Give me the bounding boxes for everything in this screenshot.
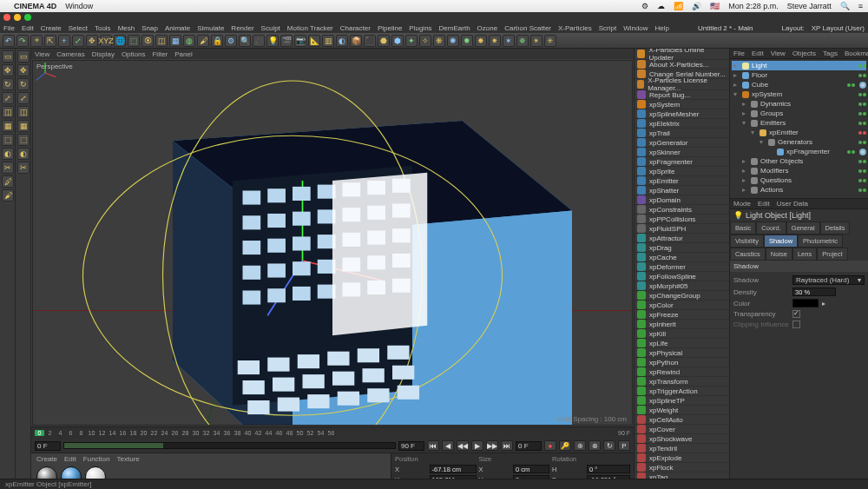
step-back-button[interactable]: ◀ xyxy=(442,440,454,451)
record-button[interactable]: ● xyxy=(544,440,556,451)
viewport-menu-filter[interactable]: Filter xyxy=(152,50,168,58)
object-dynamics[interactable]: ▸ Dynamics xyxy=(732,99,866,109)
xp-report-bug-[interactable]: Report Bug... xyxy=(635,90,729,100)
mode-button-10[interactable]: 🖌 xyxy=(2,189,14,202)
toolbar-button-39[interactable]: ✳ xyxy=(544,35,556,47)
color-expand-icon[interactable]: ▸ xyxy=(822,300,825,307)
visibility-dots[interactable] xyxy=(858,64,866,68)
frame-tick[interactable]: 36 xyxy=(222,430,232,436)
toolbar-button-34[interactable]: ✸ xyxy=(475,35,487,47)
menu-plugins[interactable]: Plugins xyxy=(409,24,431,32)
xp-xpskinner[interactable]: xpSkinner xyxy=(635,148,729,157)
attr-tab-shadow[interactable]: Shadow xyxy=(764,235,798,248)
mode-button-3[interactable]: ⤢ xyxy=(2,92,14,104)
menu-mesh[interactable]: Mesh xyxy=(118,24,135,32)
visibility-dots[interactable] xyxy=(847,150,855,154)
xp-xpattractor[interactable]: xpAttractor xyxy=(635,234,729,243)
toolbar-button-17[interactable]: 🔍 xyxy=(239,35,251,47)
snap-button-7[interactable]: ◐ xyxy=(17,148,30,160)
toolbar-button-21[interactable]: 📷 xyxy=(294,35,306,47)
menu-script[interactable]: Script xyxy=(599,24,616,32)
viewport-menu-cameras[interactable]: Cameras xyxy=(56,50,84,58)
disclosure-icon[interactable]: ▸ xyxy=(733,71,740,79)
xp-xppython[interactable]: xpPython xyxy=(635,358,729,367)
xp-xpmorph-05[interactable]: xpMorph#05 xyxy=(635,281,729,291)
step-fwd-button[interactable]: ▶▶ xyxy=(486,440,498,451)
obj-menu-bookmarks[interactable]: Bookmarks xyxy=(845,50,868,57)
range-end-field[interactable] xyxy=(398,441,424,451)
menu-ozone[interactable]: Ozone xyxy=(477,24,498,32)
play-button[interactable]: ▶ xyxy=(471,440,483,451)
rot-h-field[interactable] xyxy=(587,465,630,473)
clipping-checkbox[interactable] xyxy=(792,320,800,328)
toolbar-button-0[interactable]: ↶ xyxy=(3,35,15,47)
mode-button-2[interactable]: ↻ xyxy=(2,78,14,90)
toolbar-button-4[interactable]: + xyxy=(58,35,70,47)
object-groups[interactable]: ▸ Groups xyxy=(732,109,866,118)
toolbar-button-15[interactable]: 🔒 xyxy=(211,35,223,47)
viewport[interactable]: Perspective xyxy=(32,60,633,426)
visibility-dots[interactable] xyxy=(858,188,866,192)
key-scale-button[interactable]: ⊗ xyxy=(589,440,601,451)
disclosure-icon[interactable]: ▾ xyxy=(742,119,748,127)
disclosure-icon[interactable]: ▾ xyxy=(760,138,766,146)
menu-animate[interactable]: Animate xyxy=(165,24,190,32)
frame-tick[interactable]: 4 xyxy=(56,430,65,436)
visibility-dots[interactable] xyxy=(858,169,866,173)
toolbar-button-6[interactable]: ✥ xyxy=(86,35,98,47)
snap-button-2[interactable]: ↻ xyxy=(17,78,30,90)
attr-tab-project[interactable]: Project xyxy=(817,248,847,261)
xp-about-x-particles-[interactable]: About X-Particles... xyxy=(635,60,729,69)
frame-tick[interactable]: 14 xyxy=(108,430,117,436)
key-pos-button[interactable]: ⊕ xyxy=(574,440,586,451)
snap-button-8[interactable]: ✂ xyxy=(17,162,30,174)
user-name[interactable]: Steve Jarratt xyxy=(787,2,832,10)
xp-xpflock[interactable]: xpFlock xyxy=(635,463,729,472)
frame-tick[interactable]: 52 xyxy=(306,430,315,436)
attr-menu-user-data[interactable]: User Data xyxy=(777,200,808,208)
color-chip[interactable] xyxy=(792,299,819,307)
disclosure-icon[interactable]: ▸ xyxy=(733,62,740,69)
toolbar-button-5[interactable]: ⤢ xyxy=(72,35,84,47)
frame-tick[interactable]: 50 xyxy=(295,430,305,436)
frame-tick[interactable]: 32 xyxy=(201,430,211,436)
shadow-dropdown[interactable]: Raytraced (Hard)▾ xyxy=(792,275,865,285)
toolbar-button-14[interactable]: 🖌 xyxy=(197,35,209,47)
visibility-dots[interactable] xyxy=(858,112,866,116)
snap-button-5[interactable]: ▦ xyxy=(17,120,30,132)
spotlight-icon[interactable]: 🔍 xyxy=(840,2,850,10)
toolbar-button-16[interactable]: ⚙ xyxy=(225,35,237,47)
frame-tick[interactable]: 46 xyxy=(274,430,284,436)
toolbar-button-35[interactable]: ✷ xyxy=(489,35,501,47)
object-manager[interactable]: ▸ Light ▸ Floor ▸ Cube ▾ xpSystem ▸ Dyna… xyxy=(730,59,868,198)
xp-x-particles-online-updater[interactable]: X-Particles Online Updater xyxy=(635,49,729,60)
menu-help[interactable]: Help xyxy=(655,24,669,32)
mat-menu-create[interactable]: Create xyxy=(36,455,57,463)
autokey-button[interactable]: 🔑 xyxy=(559,440,571,451)
frame-tick[interactable]: 0 xyxy=(35,430,44,436)
menubar-icon[interactable]: ☁ xyxy=(657,2,665,10)
xp-xpfollowspline[interactable]: xpFollowSpline xyxy=(635,272,729,281)
obj-menu-edit[interactable]: Edit xyxy=(752,50,764,57)
xp-xpweight[interactable]: xpWeight xyxy=(635,406,729,415)
current-frame-field[interactable] xyxy=(516,441,542,451)
xp-xpfreeze[interactable]: xpFreeze xyxy=(635,310,729,320)
toolbar-button-9[interactable]: ⬚ xyxy=(128,35,140,47)
minimize-window-button[interactable] xyxy=(14,14,21,21)
xp-xptransform[interactable]: xpTransform xyxy=(635,377,729,387)
visibility-dots[interactable] xyxy=(858,122,866,125)
visibility-dots[interactable] xyxy=(847,83,855,87)
snap-button-1[interactable]: ✥ xyxy=(17,64,30,76)
toolbar-button-31[interactable]: ❋ xyxy=(433,35,445,47)
object-light[interactable]: ▸ Light xyxy=(732,61,866,70)
toolbar-button-30[interactable]: ✧ xyxy=(419,35,431,47)
frame-tick[interactable]: 24 xyxy=(160,430,169,436)
object-xpemitter[interactable]: ▾ xpEmitter xyxy=(732,128,866,137)
attr-tab-caustics[interactable]: Caustics xyxy=(730,248,766,261)
viewport-menu-display[interactable]: Display xyxy=(92,50,115,58)
mat-menu-edit[interactable]: Edit xyxy=(64,455,76,463)
visibility-dots[interactable] xyxy=(858,74,866,77)
toolbar-button-12[interactable]: ▦ xyxy=(169,35,181,47)
mode-button-6[interactable]: ⬚ xyxy=(2,134,14,146)
toolbar-button-24[interactable]: ◐ xyxy=(336,35,348,47)
